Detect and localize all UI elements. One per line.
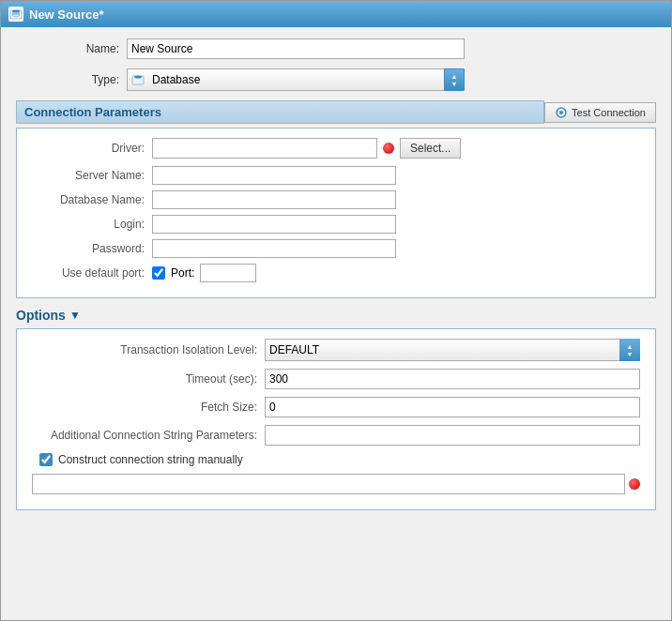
type-select[interactable]: Database xyxy=(127,68,465,91)
fetch-size-label: Fetch Size: xyxy=(32,401,257,414)
type-row: Type: Database ▲ ▼ xyxy=(16,68,656,91)
driver-row: Driver: Select... xyxy=(32,138,640,159)
svg-point-5 xyxy=(134,76,142,79)
construct-input[interactable] xyxy=(32,474,625,494)
svg-point-7 xyxy=(559,111,563,114)
connection-params-header: Connection Parameters xyxy=(16,100,544,124)
password-input[interactable] xyxy=(152,239,396,258)
test-connection-button[interactable]: Test Connection xyxy=(544,102,656,123)
title-bar: New Source* xyxy=(1,1,671,27)
timeout-row: Timeout (sec): xyxy=(32,369,640,389)
construct-error-indicator xyxy=(629,478,640,490)
type-select-wrapper: Database ▲ ▼ xyxy=(127,68,465,91)
arrow-up-icon: ▲ xyxy=(451,73,458,80)
fetch-size-row: Fetch Size: xyxy=(32,397,640,417)
port-label: Port: xyxy=(171,266,194,280)
isolation-select-wrapper: DEFAULT READ UNCOMMITTED READ COMMITTED … xyxy=(265,339,640,361)
additional-params-row: Additional Connection String Parameters: xyxy=(32,425,640,446)
driver-input-wrapper: Select... xyxy=(152,138,461,159)
name-label: Name: xyxy=(16,42,119,55)
use-default-port-label: Use default port: xyxy=(32,266,145,280)
database-name-input[interactable] xyxy=(152,190,396,209)
construct-manually-label: Construct connection string manually xyxy=(58,453,243,466)
driver-input[interactable] xyxy=(152,138,377,159)
additional-params-label: Additional Connection String Parameters: xyxy=(32,429,257,442)
database-name-label: Database Name: xyxy=(32,193,145,206)
login-input[interactable] xyxy=(152,215,396,234)
test-connection-icon xyxy=(555,106,568,119)
content-area: Name: Type: Database ▲ ▼ xyxy=(1,27,671,620)
password-row: Password: xyxy=(32,239,640,258)
type-select-arrows: ▲ ▼ xyxy=(444,68,465,91)
additional-params-input[interactable] xyxy=(265,425,640,446)
driver-select-button[interactable]: Select... xyxy=(400,138,461,159)
timeout-label: Timeout (sec): xyxy=(32,372,257,386)
port-section: Port: xyxy=(152,264,256,282)
server-name-label: Server Name: xyxy=(32,169,145,182)
fetch-size-input[interactable] xyxy=(265,397,640,417)
arrow-down-icon: ▼ xyxy=(451,81,458,87)
name-row: Name: xyxy=(16,38,656,59)
login-label: Login: xyxy=(32,218,145,231)
server-name-input[interactable] xyxy=(152,166,396,185)
options-title: Options xyxy=(16,308,66,323)
connection-params-body: Driver: Select... Server Name: xyxy=(16,128,656,298)
login-row: Login: xyxy=(32,215,640,234)
construct-input-row xyxy=(32,474,640,494)
use-default-port-checkbox[interactable] xyxy=(152,266,165,280)
driver-label: Driver: xyxy=(32,142,145,155)
database-icon xyxy=(130,72,145,87)
type-label: Type: xyxy=(16,73,119,86)
window-title: New Source* xyxy=(29,8,103,22)
construct-manually-row: Construct connection string manually xyxy=(32,453,640,466)
port-input[interactable] xyxy=(200,264,256,282)
server-name-row: Server Name: xyxy=(32,166,640,185)
timeout-input[interactable] xyxy=(265,369,640,389)
driver-error-indicator xyxy=(383,143,394,154)
port-row: Use default port: Port: xyxy=(32,264,640,282)
password-label: Password: xyxy=(32,242,145,255)
name-input[interactable] xyxy=(127,38,465,59)
construct-manually-checkbox[interactable] xyxy=(39,453,53,466)
isolation-level-select[interactable]: DEFAULT READ UNCOMMITTED READ COMMITTED … xyxy=(265,339,640,361)
options-header[interactable]: Options ▼ xyxy=(16,308,656,323)
options-body: Transaction Isolation Level: DEFAULT REA… xyxy=(16,328,656,510)
main-window: New Source* Name: Type: Database xyxy=(0,0,672,621)
transaction-label: Transaction Isolation Level: xyxy=(32,343,257,356)
transaction-row: Transaction Isolation Level: DEFAULT REA… xyxy=(32,339,640,361)
window-icon xyxy=(8,7,23,22)
options-expand-icon: ▼ xyxy=(69,309,81,322)
construct-input-wrapper xyxy=(32,474,640,494)
database-name-row: Database Name: xyxy=(32,190,640,209)
connection-params-title: Connection Parameters xyxy=(24,105,161,119)
